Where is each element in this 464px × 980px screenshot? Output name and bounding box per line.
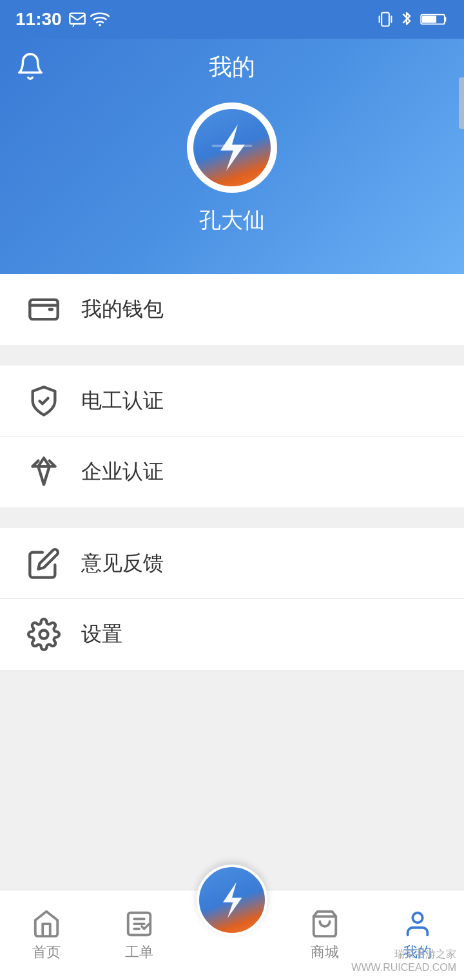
separator-2: [0, 518, 464, 528]
bell-icon[interactable]: [15, 52, 45, 84]
menu-label-feedback: 意见反馈: [81, 549, 164, 578]
nav-item-workorder[interactable]: 工单: [93, 890, 186, 980]
avatar-logo: [193, 109, 271, 186]
wallet-icon: [26, 291, 62, 328]
header: 我的 孔大仙: [0, 39, 464, 274]
username: 孔大仙: [199, 206, 265, 235]
menu-section-misc: 意见反馈 设置: [0, 528, 464, 670]
menu-item-electrician[interactable]: 电工认证: [0, 366, 464, 436]
menu-item-wallet[interactable]: 我的钱包: [0, 274, 464, 345]
bluetooth-icon: [400, 10, 414, 28]
svg-line-1: [70, 15, 77, 20]
shield-check-icon: [26, 383, 62, 419]
nav-center-logo: [197, 865, 267, 936]
svg-rect-12: [30, 300, 57, 319]
separator-1: [0, 355, 464, 366]
status-left: 11:30: [15, 9, 110, 30]
bottom-navigation: 首页 工单 商城 我的: [0, 890, 464, 980]
svg-point-13: [40, 631, 48, 639]
center-brand-logo: [209, 877, 255, 923]
bottom-area: [0, 680, 464, 867]
svg-rect-9: [422, 16, 436, 23]
page-title: 我的: [209, 52, 255, 83]
svg-point-20: [412, 912, 422, 922]
svg-point-4: [99, 24, 101, 26]
svg-rect-5: [382, 13, 389, 26]
menu-section-cert: 电工认证 企业认证: [0, 366, 464, 507]
edit-icon: [26, 545, 62, 582]
menu-label-enterprise: 企业认证: [81, 458, 164, 486]
menu-item-enterprise[interactable]: 企业认证: [0, 436, 464, 507]
menu-label-settings: 设置: [81, 620, 122, 649]
wifi-icon: [90, 11, 110, 28]
scroll-handle: [459, 77, 464, 129]
watermark-line2: WWW.RUICEAD.COM: [351, 961, 456, 975]
brand-logo: [203, 119, 261, 177]
nav-item-home[interactable]: 首页: [0, 890, 93, 980]
battery-icon: [420, 12, 449, 27]
nav-label-home: 首页: [32, 943, 61, 962]
diamond-icon: [26, 454, 62, 490]
svg-marker-10: [220, 124, 245, 171]
svg-rect-0: [70, 14, 84, 24]
menu-item-feedback[interactable]: 意见反馈: [0, 528, 464, 599]
menu-label-wallet: 我的钱包: [81, 295, 164, 324]
status-time: 11:30: [15, 9, 62, 30]
menu-label-electrician: 电工认证: [81, 387, 164, 415]
nav-label-shop: 商城: [311, 943, 339, 962]
status-icons: [68, 10, 110, 28]
menu-section: 我的钱包: [0, 274, 464, 345]
svg-marker-18: [223, 882, 242, 918]
avatar[interactable]: [187, 103, 277, 193]
header-top: 我的: [0, 39, 464, 90]
svg-line-2: [77, 15, 85, 20]
nav-label-workorder: 工单: [125, 943, 153, 962]
watermark: 瑞荣手游之家 WWW.RUICEAD.COM: [351, 948, 456, 975]
menu-item-settings[interactable]: 设置: [0, 599, 464, 670]
watermark-line1: 瑞荣手游之家: [394, 948, 456, 961]
vibrate-icon: [378, 10, 393, 28]
settings-icon: [26, 616, 62, 652]
status-right: [378, 10, 449, 28]
profile-section: 孔大仙: [0, 90, 464, 242]
nav-item-center[interactable]: [186, 890, 278, 980]
svg-rect-11: [212, 145, 253, 148]
status-bar: 11:30: [0, 0, 464, 39]
message-icon: [68, 10, 86, 28]
